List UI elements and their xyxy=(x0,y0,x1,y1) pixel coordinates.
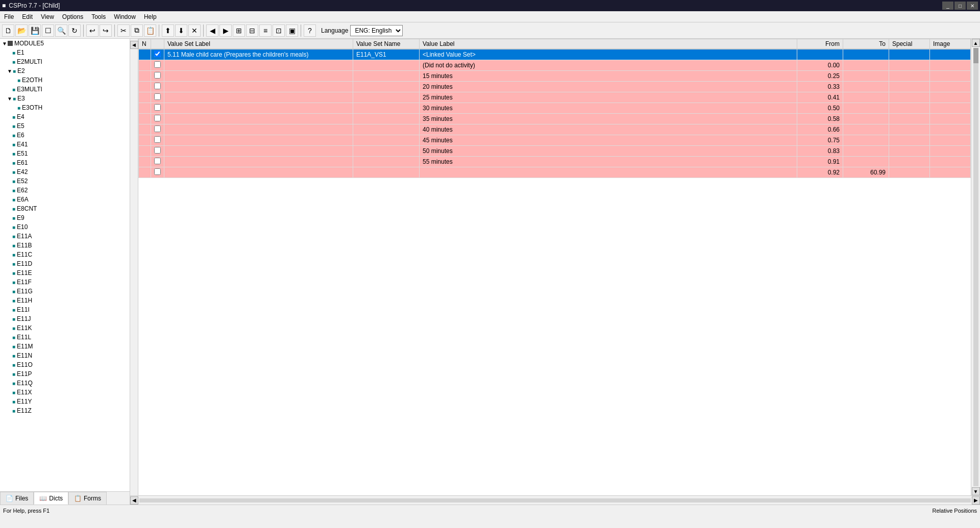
cell-checkbox[interactable] xyxy=(151,157,164,167)
language-select[interactable]: ENG: English xyxy=(350,25,403,36)
tree-node-e3oth[interactable]: ■ E3OTH xyxy=(0,103,130,112)
col-to[interactable]: To xyxy=(843,39,889,49)
tree-node-e11a[interactable]: ■ E11A xyxy=(0,232,130,241)
tree-node-e11f[interactable]: ■ E11F xyxy=(0,278,130,287)
table-row[interactable]: 0.92 60.99 xyxy=(139,167,971,178)
tree-node-e11d[interactable]: ■ E11D xyxy=(0,259,130,268)
tree-node-e6a[interactable]: ■ E6A xyxy=(0,195,130,204)
table-row[interactable]: 15 minutes 0.25 xyxy=(139,71,971,82)
tree-node-e11c[interactable]: ■ E11C xyxy=(0,250,130,259)
scroll-right-button[interactable]: ▶ xyxy=(972,496,980,505)
toolbar-btn6[interactable]: ▶ xyxy=(219,24,232,37)
tree-node-e11p[interactable]: ■ E11P xyxy=(0,369,130,379)
cell-checkbox[interactable] xyxy=(151,124,164,135)
tree-node-e8cnt[interactable]: ■ E8CNT xyxy=(0,204,130,213)
toolbar-undo[interactable]: ↩ xyxy=(86,24,99,37)
tree-node-e11h[interactable]: ■ E11H xyxy=(0,296,130,305)
cell-checkbox[interactable] xyxy=(151,92,164,103)
toolbar-btn8[interactable]: ⊟ xyxy=(246,24,258,37)
horizontal-scrollbar[interactable]: ◀ ▶ xyxy=(130,495,980,505)
toolbar-delete[interactable]: ✕ xyxy=(188,24,201,37)
tree-node-e6[interactable]: ■ E6 xyxy=(0,131,130,140)
toolbar-paste[interactable]: 📋 xyxy=(144,24,156,37)
tab-forms[interactable]: 📋 Forms xyxy=(68,492,107,505)
cell-checkbox[interactable] xyxy=(151,135,164,146)
tree-node-e51[interactable]: ■ E51 xyxy=(0,149,130,158)
menu-help[interactable]: Help xyxy=(140,11,161,22)
table-row[interactable]: 25 minutes 0.41 xyxy=(139,92,971,103)
tree-node-e1[interactable]: ■ E1 xyxy=(0,48,130,57)
tree-node-module5[interactable]: ▼ MODULE5 xyxy=(0,39,130,48)
toolbar-btn10[interactable]: ⊡ xyxy=(273,24,285,37)
tree-node-e11n[interactable]: ■ E11N xyxy=(0,351,130,360)
table-row[interactable]: 45 minutes 0.75 xyxy=(139,135,971,146)
menu-options[interactable]: Options xyxy=(58,11,87,22)
tree-node-e52[interactable]: ■ E52 xyxy=(0,177,130,186)
toolbar-refresh[interactable]: ↻ xyxy=(68,24,81,37)
toolbar-btn11[interactable]: ▣ xyxy=(286,24,298,37)
cell-checkbox[interactable] xyxy=(151,71,164,82)
tree-node-e42[interactable]: ■ E42 xyxy=(0,167,130,177)
col-value-set-name[interactable]: Value Set Name xyxy=(353,39,420,49)
menu-file[interactable]: File xyxy=(0,11,18,22)
tree-node-e11x[interactable]: ■ E11X xyxy=(0,388,130,397)
toolbar-find[interactable]: 🔍 xyxy=(55,24,67,37)
table-row[interactable]: (Did not do activity) 0.00 xyxy=(139,60,971,71)
vertical-scrollbar[interactable]: ▲ ▼ xyxy=(971,39,980,495)
tree-node-e11m[interactable]: ■ E11M xyxy=(0,342,130,351)
toolbar-btn5[interactable]: ◀ xyxy=(206,24,218,37)
col-value-label[interactable]: Value Label xyxy=(420,39,797,49)
scroll-left-button[interactable]: ◀ xyxy=(130,496,138,505)
cell-checkbox[interactable] xyxy=(151,146,164,157)
table-row[interactable]: 40 minutes 0.66 xyxy=(139,124,971,135)
cell-checkbox[interactable] xyxy=(151,60,164,71)
tree-node-e2oth[interactable]: ■ E2OTH xyxy=(0,76,130,85)
tree-node-e11g[interactable]: ■ E11G xyxy=(0,287,130,296)
col-from[interactable]: From xyxy=(797,39,843,49)
tree-node-e5[interactable]: ■ E5 xyxy=(0,121,130,131)
toolbar-help[interactable]: ? xyxy=(304,24,316,37)
scroll-thumb[interactable] xyxy=(973,48,978,63)
menu-tools[interactable]: Tools xyxy=(87,11,110,22)
cell-checkbox[interactable] xyxy=(151,103,164,114)
tree-node-e9[interactable]: ■ E9 xyxy=(0,213,130,222)
tree-node-e11b[interactable]: ■ E11B xyxy=(0,241,130,250)
tree-node-e3multi[interactable]: ■ E3MULTI xyxy=(0,85,130,94)
tree-node-e11z[interactable]: ■ E11Z xyxy=(0,406,130,415)
table-row[interactable]: 30 minutes 0.50 xyxy=(139,103,971,114)
tree-node-e61[interactable]: ■ E61 xyxy=(0,158,130,167)
table-row[interactable]: 35 minutes 0.58 xyxy=(139,114,971,124)
cell-checkbox[interactable] xyxy=(151,167,164,178)
menu-window[interactable]: Window xyxy=(110,11,140,22)
col-image[interactable]: Image xyxy=(930,39,971,49)
cell-checkbox[interactable] xyxy=(151,82,164,92)
table-row[interactable]: 55 minutes 0.91 xyxy=(139,157,971,167)
toolbar-cut[interactable]: ✂ xyxy=(117,24,130,37)
toolbar-redo[interactable]: ↪ xyxy=(100,24,112,37)
cell-checkbox[interactable] xyxy=(151,114,164,124)
restore-button[interactable]: □ xyxy=(954,2,966,10)
toolbar-btn9[interactable]: ≡ xyxy=(259,24,272,37)
tree-node-e3[interactable]: ▼ ■ E3 xyxy=(0,94,130,103)
minimize-button[interactable]: _ xyxy=(942,2,953,10)
tree-node-e11j[interactable]: ■ E11J xyxy=(0,314,130,323)
tree-node-e10[interactable]: ■ E10 xyxy=(0,222,130,232)
tree-node-e11q[interactable]: ■ E11Q xyxy=(0,379,130,388)
scroll-up-button[interactable]: ▲ xyxy=(972,39,980,47)
menu-edit[interactable]: Edit xyxy=(18,11,37,22)
toolbar-add-before[interactable]: ⬆ xyxy=(162,24,174,37)
table-row[interactable]: 50 minutes 0.83 xyxy=(139,146,971,157)
toolbar-close[interactable]: ☐ xyxy=(42,24,54,37)
tab-dicts[interactable]: 📖 Dicts xyxy=(34,492,68,505)
toolbar-new[interactable]: 🗋 xyxy=(2,24,14,37)
close-button[interactable]: ✕ xyxy=(967,2,978,10)
table-row[interactable]: 20 minutes 0.33 xyxy=(139,82,971,92)
scroll-down-button[interactable]: ▼ xyxy=(972,487,980,495)
cell-checkbox[interactable] xyxy=(151,49,164,60)
table-row-selected[interactable]: 5.11 Male child care (Prepares the child… xyxy=(139,49,971,60)
toolbar-open[interactable]: 📂 xyxy=(15,24,28,37)
tree-node-e11l[interactable]: ■ E11L xyxy=(0,333,130,342)
tree-node-e4[interactable]: ■ E4 xyxy=(0,112,130,121)
tree-node-e11o[interactable]: ■ E11O xyxy=(0,360,130,369)
tree-node-e41[interactable]: ■ E41 xyxy=(0,140,130,149)
